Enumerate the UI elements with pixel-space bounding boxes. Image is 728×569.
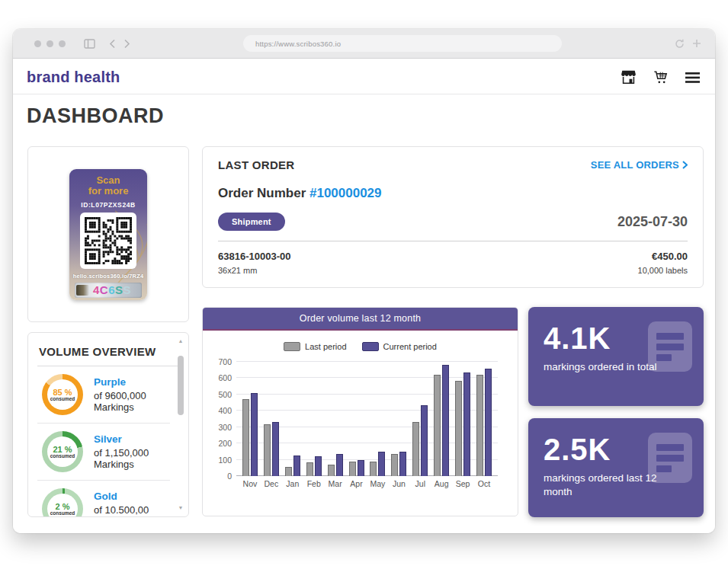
y-axis-tick: 500 [209,390,232,399]
legend-last-period: Last period [284,342,346,351]
x-axis-tick: Apr [346,479,367,488]
chart-legend: Last period Current period [203,342,518,351]
brand-logo: brand health [27,69,120,86]
x-axis-tick: Dec [261,479,282,488]
hologram-letter: S [123,283,132,296]
security-label-image: Scan for more ID:L07PZXS24B hello.scribo… [69,169,147,300]
volume-name: Purple [94,376,170,388]
consumed-label: consumed [50,396,75,401]
progress-ring: 85 % consumed [42,374,83,415]
bar-group-jun [388,452,409,476]
bar-current-period-apr [358,460,364,476]
y-axis-tick: 300 [209,423,232,432]
volume-item-purple: 85 % consumed Purple of 9600,000 Marking… [37,366,170,423]
legend-label: Current period [383,342,437,351]
scrollbar[interactable]: ▲ ▼ [177,337,184,512]
y-axis-tick: 0 [209,472,232,481]
bar-last-period-nov [242,399,249,476]
chart-title: Order volume last 12 month [203,308,518,331]
bar-last-period-aug [434,375,441,476]
bar-group-sep [452,372,473,476]
bar-current-period-sep [463,372,470,476]
sidebar-icon[interactable] [84,39,95,49]
volume-overview-card: VOLUME OVERVIEW 85 % consumed Purple of … [27,332,189,517]
bar-current-period-dec [272,422,279,476]
store-icon[interactable] [621,70,637,85]
bar-last-period-jan [285,467,292,476]
scrollbar-thumb[interactable] [178,356,184,415]
hologram-ink-patch [76,285,89,296]
order-number-label: Order Number [218,186,306,200]
order-item-code: 63816-10003-00 [218,251,290,262]
bar-group-mar [325,454,346,476]
window-zoom-button[interactable] [59,40,66,47]
forward-icon[interactable] [123,39,130,49]
scroll-up-icon[interactable]: ▲ [178,337,184,345]
x-axis-tick: Jan [282,479,303,488]
bar-current-period-oct [485,369,492,476]
bar-current-period-nov [251,393,258,476]
bar-group-nov [239,393,261,476]
hologram-code-text: 4C6SS [93,284,131,296]
bar-current-period-feb [315,456,322,476]
bar-group-oct [473,369,495,476]
last-order-title: LAST ORDER [218,158,295,171]
y-axis-tick: 100 [209,456,232,465]
legend-swatch [362,342,379,351]
bar-group-jul [409,405,431,476]
volume-item-silver: 21 % consumed Silver of 1,150,000 Markin… [37,423,170,480]
hologram-letter: S [115,283,123,296]
hologram-letter: 6 [108,283,115,296]
last-order-card: LAST ORDER SEE ALL ORDERS Order Number #… [202,146,704,288]
legend-label: Last period [305,342,346,351]
see-all-orders-link[interactable]: SEE ALL ORDERS [591,159,688,171]
bar-group-apr [346,460,367,476]
scrollbar-track[interactable] [178,345,184,504]
order-number-link[interactable]: #100000029 [309,186,382,200]
volume-detail: of 9600,000 Markings [94,390,170,413]
bar-last-period-oct [476,375,483,476]
bar-current-period-may [378,452,385,476]
bar-group-aug [431,365,452,476]
stat-label: markings ordered in total [544,360,658,374]
stat-card-markings-12-month[interactable]: 2.5K markings ordered last 12 month [528,418,704,517]
scan-for-more-text: Scan for more [69,175,147,197]
page-title: DASHBOARD [13,94,715,128]
legend-swatch [284,342,300,351]
y-axis-tick: 600 [209,373,232,382]
progress-ring: 2 % consumed [42,488,83,517]
bar-current-period-jul [421,405,428,476]
x-axis-tick: Feb [303,479,325,488]
new-tab-icon[interactable] [692,39,701,48]
y-axis-tick: 700 [209,357,232,366]
bar-last-period-apr [349,462,356,476]
cart-icon[interactable] [653,70,669,85]
qr-code [80,213,136,269]
hologram-strip: 4C6SS [75,283,142,298]
browser-window: https://www.scribos360.io brand health [13,29,715,533]
x-axis-tick: Sep [452,479,473,488]
progress-ring: 21 % consumed [42,431,83,472]
window-minimize-button[interactable] [47,40,53,47]
stat-card-total-markings[interactable]: 4.1K markings ordered in total [528,307,704,406]
x-axis-labels: NovDecJanFebMarAprMayJunJulAugSepOct [239,479,495,488]
address-bar[interactable]: https://www.scribos360.io [243,35,562,52]
hologram-letter: C [100,283,108,296]
volume-item-gold: 2 % consumed Gold of 10.500,00 Markings [37,480,170,517]
x-axis-tick: May [367,479,388,488]
bar-series [239,362,495,476]
scroll-down-icon[interactable]: ▼ [178,504,184,512]
bar-current-period-aug [442,365,449,476]
volume-name: Gold [94,491,170,502]
menu-icon[interactable] [685,72,700,83]
hologram-letter: 4 [93,283,100,296]
volume-detail: of 10.500,00 Markings [94,504,170,517]
order-date: 2025-07-30 [617,214,688,230]
see-all-orders-label: SEE ALL ORDERS [591,159,679,171]
window-close-button[interactable] [34,40,41,47]
marking-id-text: ID:L07PZXS24B [69,201,147,209]
status-badge: Shipment [218,213,285,231]
refresh-icon[interactable] [675,39,685,49]
back-icon[interactable] [109,39,116,49]
stat-label: markings ordered last 12 month [544,472,658,498]
